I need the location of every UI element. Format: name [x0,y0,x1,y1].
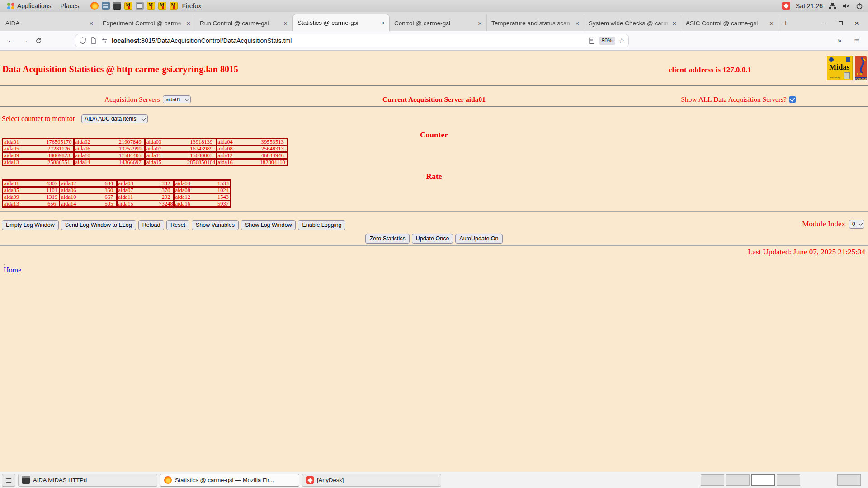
reader-mode-icon[interactable] [588,37,595,44]
workspace-cell-active[interactable] [751,474,775,486]
overflow-menu-icon[interactable]: » [838,37,842,45]
taskbar-item-firefox[interactable]: Statistics @ carme-gsi — Mozilla Fir... [160,474,299,487]
firefox-icon[interactable] [90,2,99,10]
table-row: aida0527281126 aida0613752990 aida071624… [3,145,288,152]
autoupdate-on-button[interactable]: AutoUpdate On [455,234,502,244]
midas-icon[interactable] [147,2,155,10]
zero-statistics-button[interactable]: Zero Statistics [365,234,409,244]
tab-run-control[interactable]: Run Control @ carme-gsi × [195,15,292,31]
send-log-to-elog-button[interactable]: Send Log Window to ELog [61,220,136,230]
show-desktop-button[interactable] [2,474,15,487]
close-icon[interactable]: × [381,19,385,27]
forward-button[interactable]: → [18,34,32,47]
workspace-cell[interactable] [701,474,724,486]
new-tab-button[interactable]: + [778,15,793,31]
reset-button[interactable]: Reset [166,220,189,230]
workspace-cell[interactable] [726,474,750,486]
tab-system-checks[interactable]: System wide Checks @ carm × [584,15,681,31]
midas-icon[interactable] [158,2,166,10]
clock[interactable]: Sat 21:26 [796,2,823,9]
terminal-icon[interactable] [113,2,121,10]
url-bar[interactable]: localhost:8015/DataAcquisitionControl/Da… [75,34,629,47]
midas-icon[interactable] [170,2,178,10]
update-once-button[interactable]: Update Once [412,234,453,244]
divider [0,245,868,246]
acquisition-server-select[interactable]: aida01 [163,95,191,103]
anydesk-icon [306,476,314,484]
close-icon[interactable]: × [186,19,190,27]
applications-menu[interactable]: Applications [3,0,56,12]
screenshot-icon[interactable] [136,2,144,10]
tab-aida[interactable]: AIDA × [1,15,98,31]
active-app-menu[interactable]: Firefox [178,0,206,12]
url-text[interactable]: localhost:8015/DataAcquisitionControl/Da… [112,37,585,44]
module-index-select[interactable]: 0 [849,220,864,229]
table-row: aida1325886551 aida1414366697 aida152856… [3,159,288,166]
tab-control[interactable]: Control @ carme-gsi × [390,15,487,31]
divider [0,85,868,86]
select-counter-label: Select counter to monitor [2,115,75,123]
back-button[interactable]: ← [5,34,18,47]
tab-statistics[interactable]: Statistics @ carme-gsi × [292,14,390,31]
midas-icon[interactable] [124,2,132,10]
show-variables-button[interactable]: Show Variables [192,220,239,230]
tcl-powered-logo[interactable]: TCL POWERED [855,56,867,80]
enable-logging-button[interactable]: Enable Logging [298,220,345,230]
taskbar: AIDA MIDAS HTTPd Statistics @ carme-gsi … [0,472,868,488]
midas-logo[interactable]: Midas powered by [827,56,853,80]
counter-table: aida01176505170 aida0221907849 aida03139… [2,138,288,166]
module-index-group: Module Index 0 [802,220,864,229]
window-maximize-button[interactable] [839,21,843,25]
workspace-cell[interactable] [777,474,800,486]
table-row: aida01176505170 aida0221907849 aida03139… [3,139,288,145]
taskbar-item-anydesk[interactable]: [AnyDesk] [302,474,441,487]
table-row: aida014307 aida02684 aida03342 aida04153… [3,180,231,187]
chevron-down-icon [142,116,146,121]
update-buttons-row: Zero Statistics Update Once AutoUpdate O… [0,234,868,244]
files-icon[interactable] [102,2,110,10]
power-icon[interactable] [855,2,863,10]
last-updated-text: Last Updated: June 07, 2025 21:25:34 [748,248,865,257]
workspace-switcher [701,474,800,486]
show-all-checkbox[interactable] [789,96,796,103]
taskbar-item-midas-httpd[interactable]: AIDA MIDAS HTTPd [18,474,157,487]
shield-icon[interactable] [79,37,86,44]
divider [0,106,868,107]
reload-button[interactable] [32,34,45,47]
table-row: aida091319 aida10667 aida11292 aida12154… [3,194,231,201]
zoom-level-badge[interactable]: 80% [599,37,615,45]
close-icon[interactable]: × [769,19,774,27]
close-icon[interactable]: × [89,19,93,27]
close-icon[interactable]: × [672,19,676,27]
midas-badge-icon [844,72,850,79]
select-counter-row: Select counter to monitor AIDA ADC data … [2,114,148,123]
tab-experiment-control[interactable]: Experiment Control @ carme × [98,15,195,31]
volume-muted-icon[interactable] [842,2,850,10]
acquisition-servers-row: Current Acquisition Server aida01 Acquis… [0,94,868,106]
counter-select[interactable]: AIDA ADC data items [81,114,148,123]
bookmark-star-icon[interactable]: ☆ [619,37,625,45]
hamburger-menu-icon[interactable]: ≡ [854,36,859,46]
places-menu[interactable]: Places [56,0,84,12]
close-icon[interactable]: × [283,19,288,27]
empty-log-window-button[interactable]: Empty Log Window [2,220,59,230]
desktop-top-bar: Applications Places Firefox Sat 21:26 [0,0,868,12]
reload-page-button[interactable]: Reload [138,220,165,230]
network-icon[interactable] [828,2,836,10]
permissions-icon[interactable] [101,37,108,44]
places-label: Places [61,2,80,9]
anydesk-icon[interactable] [782,2,790,10]
page-info-icon[interactable] [90,37,97,44]
divider [0,211,868,212]
window-minimize-button[interactable] [822,23,827,23]
show-log-window-button[interactable]: Show Log Window [241,220,296,230]
page-title: Data Acquisition Statistics @ http carme… [2,64,238,75]
tab-asic-control[interactable]: ASIC Control @ carme-gsi × [681,15,778,31]
workspace-cell[interactable] [837,474,861,486]
close-icon[interactable]: × [575,19,579,27]
close-icon[interactable]: × [478,19,482,27]
home-link[interactable]: Home [4,266,21,274]
tab-temperature-status[interactable]: Temperature and status scan × [487,15,584,31]
window-close-button[interactable]: × [854,19,859,27]
logos: Midas powered by TCL POWERED [827,56,867,80]
